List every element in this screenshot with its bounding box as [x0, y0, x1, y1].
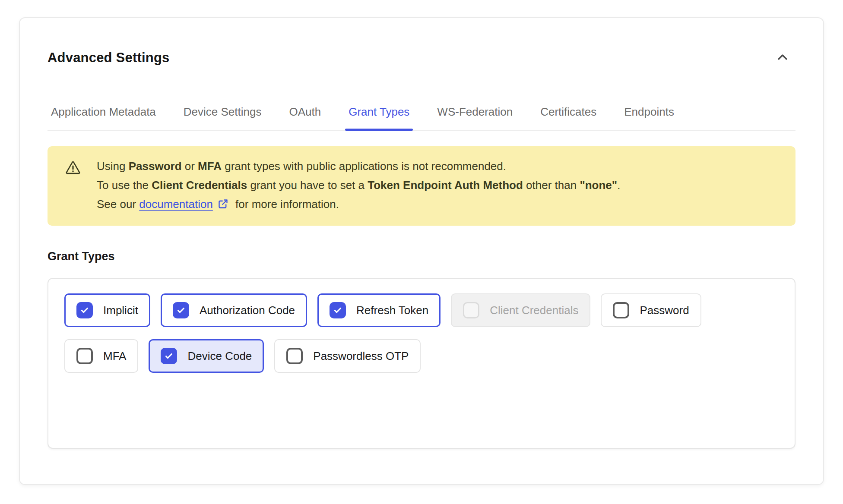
tab-certificates[interactable]: Certificates — [537, 105, 600, 130]
grant-chip-device-code[interactable]: Device Code — [149, 339, 264, 373]
tab-ws-federation[interactable]: WS-Federation — [434, 105, 516, 130]
grant-chip-label: Authorization Code — [200, 304, 295, 317]
chevron-up-icon — [776, 51, 789, 65]
tab-endpoints[interactable]: Endpoints — [621, 105, 678, 130]
warning-banner: Using Password or MFA grant types with p… — [48, 146, 795, 226]
grant-chip-row: ImplicitAuthorization CodeRefresh TokenC… — [64, 293, 779, 327]
text-segment: or — [182, 160, 198, 173]
grant-chip-label: Refresh Token — [356, 304, 428, 317]
checkbox-checked-icon[interactable] — [161, 348, 177, 364]
grant-chip-label: Passwordless OTP — [313, 350, 409, 363]
grant-chip-passwordless-otp[interactable]: Passwordless OTP — [274, 339, 421, 373]
text-segment: Using — [97, 160, 129, 173]
text-segment: MFA — [198, 160, 222, 173]
page-title: Advanced Settings — [48, 50, 169, 66]
grant-chip-row: MFADevice CodePasswordless OTP — [64, 339, 779, 373]
grant-types-heading: Grant Types — [48, 250, 795, 263]
banner-line-1: Using Password or MFA grant types with p… — [97, 157, 620, 176]
external-link-icon — [217, 196, 229, 215]
tab-device-settings[interactable]: Device Settings — [180, 105, 265, 130]
checkbox-unchecked-icon[interactable] — [76, 348, 93, 364]
text-segment: "none" — [580, 179, 617, 192]
checkbox-unchecked-icon[interactable] — [613, 302, 629, 318]
tab-application-metadata[interactable]: Application Metadata — [48, 105, 159, 130]
text-segment: . — [617, 179, 620, 192]
checkbox-checked-icon[interactable] — [330, 302, 346, 318]
grant-chip-refresh-token[interactable]: Refresh Token — [317, 293, 441, 327]
banner-line-2: To use the Client Credentials grant you … — [97, 176, 620, 195]
text-segment: grant you have to set a — [247, 179, 368, 192]
grant-types-box: ImplicitAuthorization CodeRefresh TokenC… — [48, 278, 795, 449]
text-segment: other than — [523, 179, 580, 192]
text-segment: for more information. — [232, 198, 339, 211]
tab-grant-types[interactable]: Grant Types — [345, 105, 413, 130]
text-segment: Client Credentials — [152, 179, 247, 192]
grant-chip-label: Implicit — [103, 304, 138, 317]
grant-chip-label: Client Credentials — [490, 304, 578, 317]
warning-triangle-icon — [65, 160, 81, 215]
checkbox-unchecked-icon — [463, 302, 479, 318]
text-segment: Password — [129, 160, 182, 173]
banner-line-3: See our documentation for more informati… — [97, 195, 620, 215]
card-header: Advanced Settings — [48, 48, 795, 67]
grant-chip-mfa[interactable]: MFA — [64, 339, 138, 373]
text-segment: grant types with public applications is … — [222, 160, 506, 173]
documentation-link[interactable]: documentation — [139, 198, 213, 211]
advanced-settings-card: Advanced Settings Application MetadataDe… — [19, 17, 824, 485]
collapse-section-button[interactable] — [773, 48, 792, 67]
grant-chip-implicit[interactable]: Implicit — [64, 293, 150, 327]
grant-chip-authorization-code[interactable]: Authorization Code — [161, 293, 307, 327]
text-segment: To use the — [97, 179, 152, 192]
text-segment: See our — [97, 198, 139, 211]
grant-chip-label: MFA — [103, 350, 126, 363]
warning-banner-text: Using Password or MFA grant types with p… — [97, 157, 620, 215]
tab-bar: Application MetadataDevice SettingsOAuth… — [48, 105, 795, 131]
grant-chip-label: Device Code — [187, 350, 252, 363]
checkbox-checked-icon[interactable] — [173, 302, 189, 318]
grant-chip-label: Password — [640, 304, 689, 317]
grant-chip-password[interactable]: Password — [601, 293, 701, 327]
checkbox-unchecked-icon[interactable] — [286, 348, 303, 364]
checkbox-checked-icon[interactable] — [76, 302, 93, 318]
tab-oauth[interactable]: OAuth — [285, 105, 324, 130]
grant-chip-client-credentials: Client Credentials — [451, 293, 590, 327]
text-segment: Token Endpoint Auth Method — [368, 179, 523, 192]
